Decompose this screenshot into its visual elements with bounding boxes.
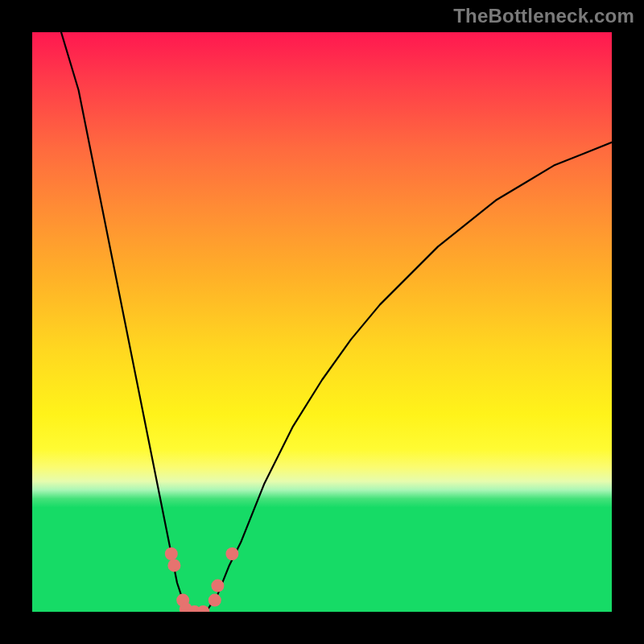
curve-group [61, 32, 612, 612]
marker-dot [225, 547, 238, 560]
marker-dot [211, 580, 224, 592]
marker-dot [208, 594, 221, 607]
watermark-text: TheBottleneck.com [453, 5, 634, 27]
curves-svg [32, 32, 612, 612]
plot-area [32, 32, 612, 612]
marker-dot [165, 547, 178, 560]
series-left-curve [61, 32, 195, 612]
marker-dot [196, 605, 209, 612]
chart-frame: TheBottleneck.com [0, 0, 644, 644]
series-right-curve [206, 142, 612, 612]
marker-dot [167, 559, 180, 572]
